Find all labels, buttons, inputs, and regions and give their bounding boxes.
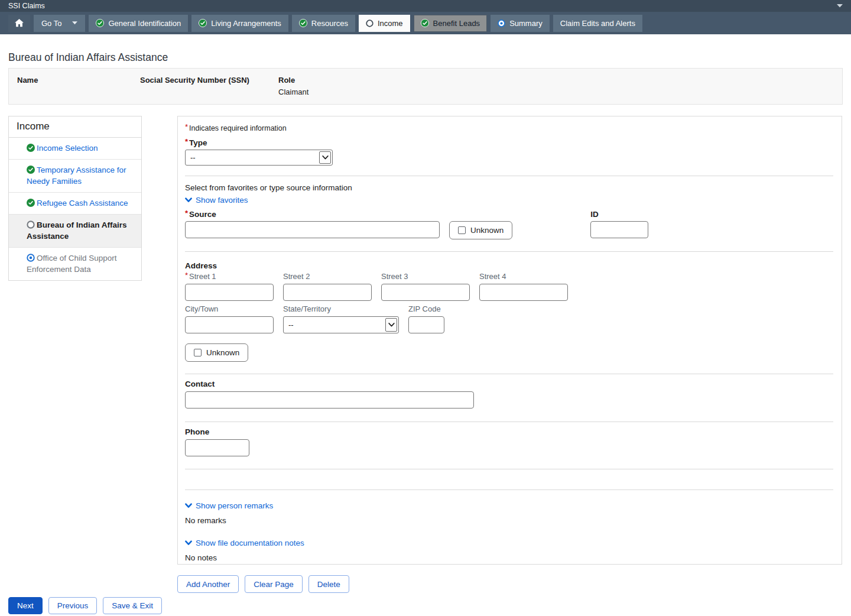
street2-field-group: Street 2: [283, 272, 372, 301]
unknown-label: Unknown: [206, 348, 239, 357]
id-input[interactable]: [590, 221, 648, 238]
next-button[interactable]: Next: [8, 597, 43, 614]
bia-assistance-form: *Indicates required information *Type --…: [177, 116, 842, 565]
show-person-remarks-link[interactable]: Show person remarks: [185, 501, 273, 510]
show-favorites-link[interactable]: Show favorites: [185, 196, 248, 205]
delete-button[interactable]: Delete: [308, 575, 349, 593]
form-actions: Add Another Clear Page Delete: [177, 575, 349, 593]
show-file-documentation-notes-link[interactable]: Show file documentation notes: [185, 539, 304, 547]
street3-label: Street 3: [381, 272, 470, 281]
tab-resources[interactable]: Resources: [292, 15, 355, 32]
app-title: SSI Claims: [8, 2, 45, 10]
tab-income[interactable]: Income: [359, 15, 410, 32]
select-arrow-icon: [385, 318, 397, 332]
sidebar-item-ocse-data[interactable]: Office of Child Support Enforcement Data: [9, 248, 141, 280]
save-and-exit-button[interactable]: Save & Exit: [103, 597, 162, 614]
clear-page-button[interactable]: Clear Page: [245, 575, 303, 593]
page-footer-actions: Next Previous Save & Exit: [8, 597, 162, 614]
select-arrow-icon: [319, 151, 331, 164]
street4-input[interactable]: [479, 284, 568, 301]
sidebar-item-tanf[interactable]: Temporary Assistance for Needy Families: [9, 160, 141, 193]
sidebar-item-label: Bureau of Indian Affairs Assistance: [27, 221, 127, 241]
sidebar-title: Income: [9, 116, 141, 138]
open-circle-icon: [27, 221, 35, 229]
source-field-group: *Source: [185, 210, 440, 238]
sidebar-item-income-selection[interactable]: Income Selection: [9, 138, 141, 160]
tab-label: Income: [378, 19, 403, 28]
tab-general-identification[interactable]: General Identification: [89, 15, 188, 32]
window-menu-caret[interactable]: [837, 4, 843, 8]
phone-input[interactable]: [185, 439, 249, 456]
go-to-dropdown[interactable]: Go To: [34, 15, 85, 32]
street3-input[interactable]: [381, 284, 470, 301]
check-circle-icon: [27, 199, 35, 207]
tab-summary[interactable]: Summary: [491, 15, 550, 32]
radio-dot-icon: [498, 20, 505, 27]
tab-label: Claim Edits and Alerts: [560, 19, 635, 28]
street2-input[interactable]: [283, 284, 372, 301]
check-circle-icon: [27, 144, 35, 152]
divider: [185, 374, 833, 374]
street1-field-group: *Street 1: [185, 272, 274, 301]
required-marker: *: [185, 122, 188, 131]
contact-input[interactable]: [185, 391, 474, 408]
go-to-label: Go To: [41, 19, 61, 28]
source-unknown-checkbox[interactable]: Unknown: [449, 221, 512, 239]
city-input[interactable]: [185, 316, 274, 333]
id-label: ID: [590, 210, 648, 219]
no-notes-text: No notes: [185, 553, 833, 562]
divider: [185, 489, 833, 490]
zip-input[interactable]: [408, 316, 444, 333]
phone-field-group: Phone: [185, 427, 833, 456]
role-label: Role: [278, 76, 308, 85]
add-another-button[interactable]: Add Another: [177, 575, 239, 593]
source-label: *Source: [185, 210, 440, 219]
address-unknown-checkbox[interactable]: Unknown: [185, 343, 248, 362]
unknown-label: Unknown: [470, 226, 504, 235]
divider: [185, 469, 833, 469]
zip-label: ZIP Code: [408, 304, 444, 313]
main-navigation: Go To General Identification Living Arra…: [0, 12, 851, 34]
phone-label: Phone: [185, 427, 833, 436]
street4-label: Street 4: [479, 272, 568, 281]
home-button[interactable]: [8, 15, 30, 32]
street4-field-group: Street 4: [479, 272, 568, 301]
check-circle-icon: [96, 19, 104, 27]
ssn-label: Social Security Number (SSN): [140, 76, 249, 85]
tab-living-arrangements[interactable]: Living Arrangements: [191, 15, 288, 32]
sidebar-item-label: Office of Child Support Enforcement Data: [27, 254, 117, 274]
type-select-value: --: [190, 153, 196, 162]
state-select[interactable]: --: [283, 316, 399, 333]
sidebar-item-bureau-of-indian-affairs[interactable]: Bureau of Indian Affairs Assistance: [9, 215, 141, 248]
ssi-claims-app: SSI Claims Go To General Identification: [0, 0, 851, 616]
type-select[interactable]: --: [185, 150, 333, 166]
source-input[interactable]: [185, 221, 440, 238]
checkbox-icon: [458, 226, 466, 234]
previous-button[interactable]: Previous: [48, 597, 98, 614]
chevron-down-icon: [185, 197, 192, 203]
check-circle-icon: [27, 166, 35, 174]
open-circle-icon: [366, 20, 373, 27]
divider: [185, 251, 833, 252]
divider: [185, 422, 833, 422]
tab-label: Summary: [509, 19, 543, 28]
tab-benefit-leads[interactable]: Benefit Leads: [414, 15, 488, 32]
required-note: *Indicates required information: [185, 124, 833, 132]
type-field-group: *Type --: [185, 138, 833, 166]
address-heading: Address: [185, 261, 833, 270]
sidebar-item-refugee-cash-assistance[interactable]: Refugee Cash Assistance: [9, 193, 141, 215]
id-field-group: ID: [590, 210, 648, 238]
radio-dot-icon: [27, 254, 35, 262]
page-title: Bureau of Indian Affairs Assistance: [8, 51, 168, 64]
street1-label: *Street 1: [185, 272, 274, 281]
check-circle-icon: [299, 19, 307, 27]
person-name-column: Name: [17, 76, 38, 87]
street1-input[interactable]: [185, 284, 274, 301]
tab-claim-edits-and-alerts[interactable]: Claim Edits and Alerts: [553, 15, 642, 32]
contact-label: Contact: [185, 380, 833, 388]
tab-label: Benefit Leads: [433, 19, 480, 28]
person-banner: Name Social Security Number (SSN) Role C…: [8, 68, 843, 105]
tab-label: Living Arrangements: [211, 19, 281, 28]
income-section-nav: Income Income Selection Temporary Assist…: [8, 116, 142, 281]
sidebar-item-label: Refugee Cash Assistance: [37, 199, 128, 208]
